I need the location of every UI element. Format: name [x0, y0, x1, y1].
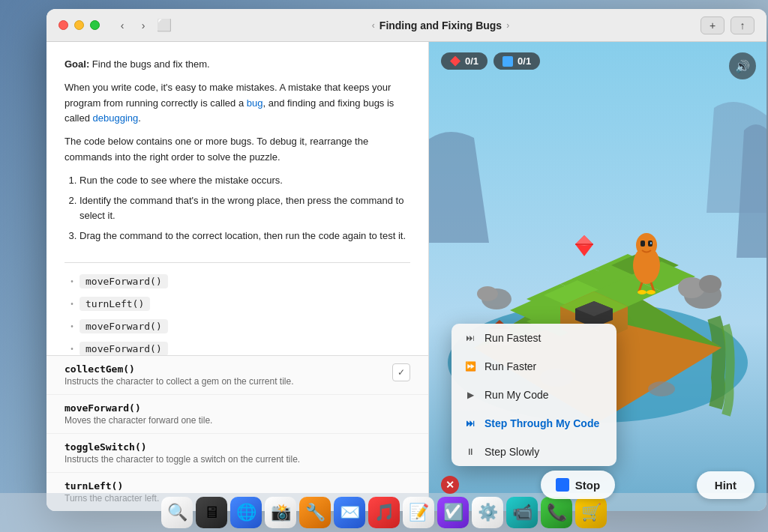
- dock-item-swift[interactable]: 🔧: [299, 497, 331, 528]
- ref-name-moveforward: moveForward(): [64, 402, 212, 414]
- title-chevron-right: ›: [506, 20, 509, 31]
- game-panel: 0/1 0/1 🔊: [429, 42, 766, 511]
- goal-paragraph: Goal: Find the bugs and fix them.: [64, 57, 410, 73]
- step-3: Drag the command to the correct location…: [80, 229, 410, 244]
- run-faster-icon: ⏩: [464, 361, 477, 372]
- intro-paragraph: When you write code, it's easy to make m…: [64, 80, 410, 127]
- svg-point-20: [648, 381, 675, 396]
- switch-count: 0/1: [518, 55, 531, 67]
- left-panel: Goal: Find the bugs and fix them. When y…: [46, 42, 429, 511]
- bullet-1: •: [64, 277, 80, 285]
- bullet-2: •: [64, 300, 80, 308]
- svg-rect-6: [650, 242, 652, 244]
- bottom-bar: ✕ Stop Hint: [441, 471, 754, 499]
- dock-item-photos[interactable]: 📸: [265, 497, 296, 528]
- ref-desc-toggleswitch: Instructs the character to toggle a swit…: [64, 454, 300, 465]
- dock-item-mail[interactable]: ✉️: [334, 497, 365, 528]
- stop-icon: [556, 478, 569, 492]
- run-faster-label: Run Faster: [484, 360, 536, 372]
- ref-name-collectgem: collectGem(): [64, 363, 293, 375]
- dock-item-terminal[interactable]: 🖥: [196, 497, 227, 528]
- forward-button[interactable]: ›: [133, 17, 154, 34]
- hint-button[interactable]: Hint: [697, 471, 754, 499]
- ref-item-collectgem: collectGem() Instructs the character to …: [46, 356, 428, 395]
- code-line-3[interactable]: • moveForward(): [64, 317, 410, 336]
- titlebar-actions: + ↑: [700, 16, 754, 34]
- code-text-3[interactable]: moveForward(): [80, 319, 168, 333]
- code-text-1[interactable]: moveForward(): [80, 274, 168, 288]
- content-area: Goal: Find the bugs and fix them. When y…: [46, 42, 766, 511]
- run-fastest-icon: ⏭: [464, 333, 477, 343]
- step-through-icon: ⏭: [464, 418, 477, 429]
- stop-button[interactable]: Stop: [541, 471, 615, 499]
- svg-point-14: [699, 275, 722, 293]
- svg-point-18: [477, 286, 498, 301]
- dock-item-settings[interactable]: ⚙️: [472, 497, 503, 528]
- ref-item-moveforward: moveForward() Moves the character forwar…: [46, 395, 428, 434]
- close-button[interactable]: [58, 20, 68, 30]
- step-1: Run the code to see where the mistake oc…: [80, 173, 410, 189]
- bullet-4: •: [64, 345, 80, 353]
- code-line-1[interactable]: • moveForward(): [64, 272, 410, 291]
- run-my-code-label: Run My Code: [484, 389, 549, 401]
- switch-icon: [502, 56, 513, 67]
- step-slowly-icon: ⏸: [464, 447, 477, 457]
- step-2: Identify the command that's in the wrong…: [80, 193, 410, 225]
- instructions-area: Goal: Find the bugs and fix them. When y…: [46, 42, 428, 262]
- code-line-2[interactable]: • turnLeft(): [64, 294, 410, 314]
- ref-expand-collectgem[interactable]: ✓: [392, 363, 410, 381]
- step-slowly-label: Step Slowly: [484, 446, 539, 458]
- window-title: Finding and Fixing Bugs: [380, 19, 502, 31]
- gem-counter: 0/1: [441, 52, 488, 70]
- back-button[interactable]: ‹: [112, 17, 133, 34]
- app-window: ‹ › ⬜ ‹ Finding and Fixing Bugs › + ↑: [46, 9, 766, 511]
- share-button[interactable]: ↑: [730, 16, 754, 34]
- svg-rect-4: [640, 241, 645, 247]
- step-slowly-option[interactable]: ⏸ Step Slowly: [452, 438, 616, 466]
- bullet-3: •: [64, 322, 80, 330]
- ref-item-toggleswitch: toggleSwitch() Instructs the character t…: [46, 434, 428, 473]
- title-chevron-left: ‹: [372, 20, 375, 31]
- minimize-button[interactable]: [74, 20, 84, 30]
- dock-item-finder[interactable]: 🔍: [161, 497, 193, 528]
- ref-desc-collectgem: Instructs the character to collect a gem…: [64, 376, 293, 387]
- step-through-label: Step Through My Code: [484, 417, 599, 429]
- reference-panel: collectGem() Instructs the character to …: [46, 355, 428, 511]
- gem-icon: [450, 56, 460, 67]
- dock-item-music[interactable]: 🎵: [368, 497, 400, 528]
- svg-point-8: [646, 290, 656, 294]
- titlebar: ‹ › ⬜ ‹ Finding and Fixing Bugs › + ↑: [46, 9, 766, 42]
- dock-item-facetime[interactable]: 📹: [506, 497, 538, 528]
- add-button[interactable]: +: [700, 16, 724, 34]
- dock-item-phone[interactable]: 📞: [541, 497, 572, 528]
- step-through-option[interactable]: ⏭ Step Through My Code: [452, 409, 616, 438]
- desktop: ‹ › ⬜ ‹ Finding and Fixing Bugs › + ↑: [0, 0, 768, 532]
- run-my-code-option[interactable]: ▶ Run My Code: [452, 381, 616, 409]
- maximize-button[interactable]: [90, 20, 100, 30]
- dock-item-notes[interactable]: 📝: [403, 497, 434, 528]
- bug-link[interactable]: bug: [247, 97, 263, 109]
- sidebar-toggle-button[interactable]: ⬜: [154, 17, 175, 34]
- sound-button[interactable]: 🔊: [729, 52, 756, 79]
- debugging-link[interactable]: debugging: [93, 112, 139, 124]
- cancel-button[interactable]: ✕: [441, 476, 459, 494]
- code-text-4[interactable]: moveForward(): [80, 342, 168, 355]
- ref-name-toggleswitch: toggleSwitch(): [64, 441, 300, 453]
- dock-item-safari[interactable]: 🌐: [230, 497, 262, 528]
- code-editor[interactable]: • moveForward() • turnLeft() • moveForwa…: [46, 263, 428, 355]
- run-fastest-option[interactable]: ⏭ Run Fastest: [452, 324, 616, 352]
- hud-bar: 0/1 0/1: [441, 52, 540, 70]
- steps-list: Run the code to see where the mistake oc…: [64, 173, 410, 244]
- svg-point-3: [636, 233, 657, 257]
- traffic-lights: [58, 20, 100, 30]
- dock-item-store[interactable]: 🛒: [575, 497, 607, 528]
- code-line-4[interactable]: • moveForward(): [64, 339, 410, 355]
- run-faster-option[interactable]: ⏩ Run Faster: [452, 352, 616, 381]
- goal-label: Goal:: [64, 58, 89, 70]
- ref-desc-moveforward: Moves the character forward one tile.: [64, 415, 212, 426]
- code-text-2[interactable]: turnLeft(): [80, 297, 150, 311]
- dock-item-reminders[interactable]: ☑️: [437, 497, 469, 528]
- goal-text: Find the bugs and fix them.: [92, 58, 210, 70]
- instruction-paragraph: The code below contains one or more bugs…: [64, 134, 410, 166]
- stop-label: Stop: [575, 479, 600, 492]
